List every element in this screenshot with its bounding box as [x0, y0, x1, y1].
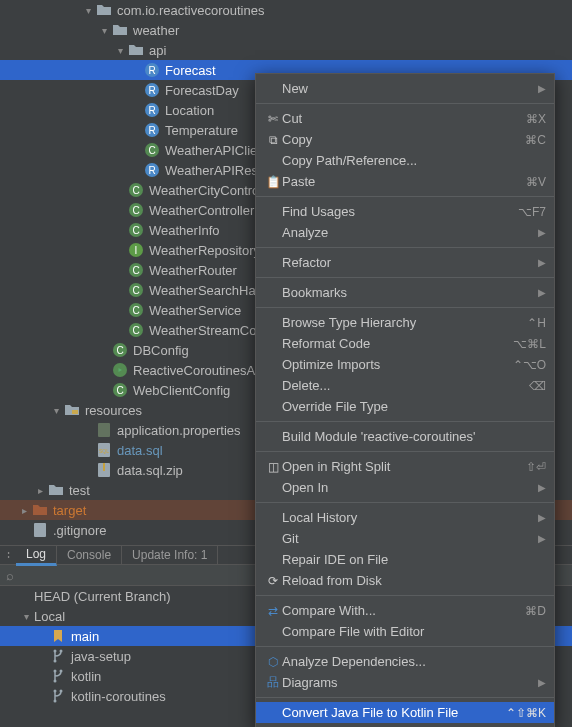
node-label: Location [165, 103, 214, 118]
svg-point-44 [54, 680, 57, 683]
menu-compare-with[interactable]: ⇄ Compare With... ⌘D [256, 600, 554, 621]
folder-icon [48, 482, 64, 498]
menu-override-type[interactable]: Override File Type [256, 396, 554, 417]
menu-bookmarks[interactable]: Bookmarks ▶ [256, 282, 554, 303]
svg-text:R: R [148, 65, 155, 76]
expand-arrow-icon[interactable]: ▾ [112, 45, 128, 56]
folder-icon [112, 22, 128, 38]
menu-separator [256, 697, 554, 698]
menu-reload-disk[interactable]: ⟳ Reload from Disk [256, 570, 554, 591]
menu-refactor[interactable]: Refactor ▶ [256, 252, 554, 273]
svg-text:C: C [132, 305, 139, 316]
class-icon: C [128, 302, 144, 318]
resources-folder-icon [64, 402, 80, 418]
tree-node-package[interactable]: ▾ weather [0, 20, 572, 40]
svg-rect-34 [98, 423, 110, 437]
node-label: com.io.reactivecoroutines [117, 3, 264, 18]
menu-separator [256, 646, 554, 647]
class-icon: C [128, 262, 144, 278]
menu-copy-path[interactable]: Copy Path/Reference... [256, 150, 554, 171]
node-label: WebClientConfig [133, 383, 230, 398]
chevron-right-icon: ▶ [538, 83, 546, 94]
svg-text:C: C [148, 145, 155, 156]
node-label: resources [85, 403, 142, 418]
menu-analyze-deps[interactable]: ⬡ Analyze Dependencies... [256, 651, 554, 672]
menu-browse-hierarchy[interactable]: Browse Type Hierarchy ⌃H [256, 312, 554, 333]
menu-delete[interactable]: Delete... ⌫ [256, 375, 554, 396]
class-icon: C [128, 182, 144, 198]
menu-find-usages[interactable]: Find Usages ⌥F7 [256, 201, 554, 222]
class-icon: C [128, 282, 144, 298]
expand-arrow-icon[interactable]: ▾ [96, 25, 112, 36]
tab-console[interactable]: Console [57, 546, 122, 564]
menu-separator [256, 277, 554, 278]
expand-arrow-icon[interactable]: ▾ [18, 611, 34, 622]
node-label: WeatherSearchHan [149, 283, 263, 298]
menu-open-right-split[interactable]: ◫ Open in Right Split ⇧⏎ [256, 456, 554, 477]
node-label: test [69, 483, 90, 498]
branch-label: kotlin [71, 669, 101, 684]
chevron-right-icon: ▶ [538, 677, 546, 688]
record-icon: R [144, 62, 160, 78]
bookmark-icon [50, 628, 66, 644]
menu-separator [256, 595, 554, 596]
menu-cut[interactable]: ✄ Cut ⌘X [256, 108, 554, 129]
tree-node-package[interactable]: ▾ api [0, 40, 572, 60]
menu-optimize-imports[interactable]: Optimize Imports ⌃⌥O [256, 354, 554, 375]
tab-log[interactable]: Log [16, 545, 57, 566]
node-label: WeatherInfo [149, 223, 220, 238]
node-label: WeatherStreamCon [149, 323, 264, 338]
svg-point-43 [54, 670, 57, 673]
menu-diagrams[interactable]: 品 Diagrams ▶ [256, 672, 554, 693]
menu-copy[interactable]: ⧉ Copy ⌘C [256, 129, 554, 150]
menu-paste[interactable]: 📋 Paste ⌘V [256, 171, 554, 192]
menu-separator [256, 451, 554, 452]
node-label: Forecast [165, 63, 216, 78]
node-label: .gitignore [53, 523, 106, 538]
menu-git[interactable]: Git ▶ [256, 528, 554, 549]
tab-update-info[interactable]: Update Info: 1 [122, 546, 218, 564]
menu-convert-kotlin[interactable]: Convert Java File to Kotlin File ⌃⇧⌘K [256, 702, 554, 723]
menu-local-history[interactable]: Local History ▶ [256, 507, 554, 528]
node-label: data.sql [117, 443, 163, 458]
tree-node-package[interactable]: ▾ com.io.reactivecoroutines [0, 0, 572, 20]
expand-arrow-icon[interactable]: ▾ [48, 405, 64, 416]
menu-compare-editor[interactable]: Compare File with Editor [256, 621, 554, 642]
svg-rect-38 [103, 463, 105, 471]
menu-build-module[interactable]: Build Module 'reactive-coroutines' [256, 426, 554, 447]
collapse-arrow-icon[interactable]: ▸ [32, 485, 48, 496]
menu-new[interactable]: New ▶ [256, 78, 554, 99]
expand-arrow-icon[interactable]: ▾ [80, 5, 96, 16]
menu-separator [256, 247, 554, 248]
menu-reformat[interactable]: Reformat Code ⌥⌘L [256, 333, 554, 354]
branch-icon [50, 688, 66, 704]
tool-settings-icon[interactable]: ∶ [0, 548, 16, 562]
context-menu: New ▶ ✄ Cut ⌘X ⧉ Copy ⌘C Copy Path/Refer… [255, 73, 555, 727]
node-label: target [53, 503, 86, 518]
svg-text:C: C [132, 325, 139, 336]
collapse-arrow-icon[interactable]: ▸ [16, 505, 32, 516]
record-icon: R [144, 122, 160, 138]
menu-analyze[interactable]: Analyze ▶ [256, 222, 554, 243]
node-label: WeatherService [149, 303, 241, 318]
copy-icon: ⧉ [264, 132, 282, 148]
menu-repair-ide[interactable]: Repair IDE on File [256, 549, 554, 570]
archive-file-icon [96, 462, 112, 478]
branch-label: kotlin-coroutines [71, 689, 166, 704]
class-icon: C [112, 382, 128, 398]
branch-label: main [71, 629, 99, 644]
chevron-right-icon: ▶ [538, 482, 546, 493]
menu-open-in[interactable]: Open In ▶ [256, 477, 554, 498]
text-file-icon [32, 522, 48, 538]
node-label: WeatherAPIClie [165, 143, 257, 158]
svg-text:C: C [116, 345, 123, 356]
node-label: ForecastDay [165, 83, 239, 98]
node-label: Temperature [165, 123, 238, 138]
svg-text:R: R [148, 125, 155, 136]
menu-separator [256, 307, 554, 308]
node-label: WeatherRouter [149, 263, 237, 278]
record-icon: R [144, 82, 160, 98]
svg-text:R: R [148, 85, 155, 96]
svg-text:C: C [132, 225, 139, 236]
svg-text:SQL: SQL [99, 448, 109, 454]
